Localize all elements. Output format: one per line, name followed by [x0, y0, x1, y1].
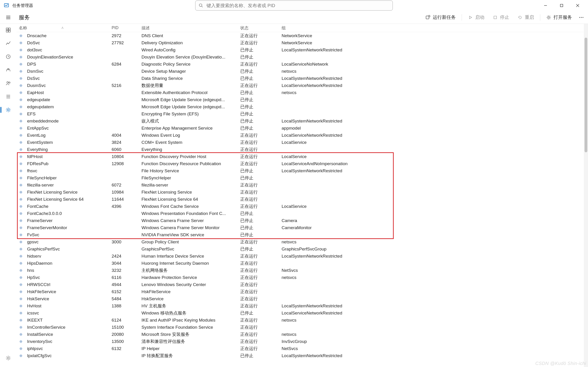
sidebar-users[interactable]	[3, 78, 14, 88]
service-row[interactable]: Dnscache2972DNS Client正在运行NetworkService	[17, 32, 588, 39]
service-row[interactable]: iphlpsvc6132IP Helper正在运行NetSvcs	[17, 345, 588, 352]
column-desc[interactable]: 描述	[141, 25, 240, 31]
close-button[interactable]	[570, 0, 586, 11]
service-pid: 2424	[112, 254, 141, 259]
service-row[interactable]: InstallService20080Microsoft Store 安装服务正…	[17, 331, 588, 338]
service-icon	[19, 112, 23, 116]
service-row[interactable]: DoSvc27792Delivery Optimization正在运行Netwo…	[17, 39, 588, 46]
toolbar: 服务 运行新任务 启动 停止 重启 打开服务	[0, 11, 588, 24]
column-group[interactable]: 组	[282, 25, 588, 31]
service-row[interactable]: EntAppSvcEnterprise App Management Servi…	[17, 125, 588, 132]
service-row[interactable]: IKEEXT6124IKE and AuthIP IPsec Keying Mo…	[17, 317, 588, 324]
service-icon	[19, 204, 23, 209]
service-row[interactable]: FontCache4396Windows Font Cache Service正…	[17, 203, 588, 210]
service-row[interactable]: fhsvcFile History Service已停止LocalSystemN…	[17, 167, 588, 174]
service-row[interactable]: embeddedmode嵌入模式已停止LocalSystemNetworkRes…	[17, 117, 588, 125]
service-status: 正在运行	[240, 83, 282, 89]
service-row[interactable]: FDResPub12908Function Discovery Resource…	[17, 160, 588, 167]
gear-icon	[546, 15, 551, 20]
service-row[interactable]: GraphicsPerfSvcGraphicsPerfSvc已停止Graphic…	[17, 245, 588, 252]
service-row[interactable]: DPS6284Diagnostic Policy Service正在运行Loca…	[17, 60, 588, 68]
service-row[interactable]: InventorySvc13500清单和兼容性评估服务正在运行InvSvcGro…	[17, 338, 588, 345]
service-row[interactable]: FontCache3.0.0.0Windows Presentation Fou…	[17, 210, 588, 217]
service-status: 已停止	[240, 111, 282, 117]
column-pid[interactable]: PID	[112, 25, 141, 30]
service-icon	[19, 183, 23, 187]
service-desc: Windows Camera Frame Server Monitor	[141, 225, 240, 230]
service-row[interactable]: FrameServerMonitorWindows Camera Frame S…	[17, 224, 588, 231]
service-row[interactable]: DsmSvcDevice Setup Manager已停止netsvcs	[17, 68, 588, 75]
service-row[interactable]: HRWSCCtrl4944Lenovo Windows Security Cen…	[17, 281, 588, 288]
service-icon	[19, 105, 23, 109]
service-row[interactable]: EventSystem3824COM+ Event System正在运行Loca…	[17, 139, 588, 146]
service-pid: 4004	[112, 133, 141, 138]
sidebar-startup[interactable]	[3, 65, 14, 75]
service-desc: 主机网络服务	[141, 267, 240, 273]
service-row[interactable]: filezilla-server6072filezilla-server正在运行	[17, 181, 588, 189]
service-row[interactable]: FrameServerWindows Camera Frame Server已停…	[17, 217, 588, 224]
service-row[interactable]: ImControllerService15100System Interface…	[17, 324, 588, 331]
more-icon	[579, 15, 584, 20]
service-name: gpsvc	[27, 240, 39, 244]
sidebar-services[interactable]	[3, 105, 14, 115]
service-name: FontCache	[27, 204, 48, 209]
svg-point-35	[20, 56, 21, 58]
svg-point-66	[20, 277, 21, 278]
service-row[interactable]: FlexNet Licensing Service10984FlexNet Li…	[17, 189, 588, 196]
run-new-task-button[interactable]: 运行新任务	[422, 12, 459, 22]
service-row[interactable]: edgeupdateMicrosoft Edge Update Service …	[17, 96, 588, 103]
service-status: 已停止	[240, 232, 282, 238]
sidebar-settings[interactable]	[3, 353, 14, 363]
service-row[interactable]: HipsDaemon3044Huorong Internet Security …	[17, 260, 588, 267]
sidebar-processes[interactable]	[3, 25, 14, 35]
start-button[interactable]: 启动	[464, 12, 488, 22]
service-name: HipsDaemon	[27, 261, 52, 266]
table-header[interactable]: 名称ᐱ PID 描述 状态 组	[17, 24, 588, 32]
search-input[interactable]	[207, 3, 389, 8]
svg-point-25	[7, 82, 9, 83]
maximize-button[interactable]	[553, 0, 570, 11]
stop-button[interactable]: 停止	[489, 12, 513, 22]
service-group: NetSvcs	[282, 268, 588, 273]
service-row[interactable]: DsSvcData Sharing Service已停止LocalSystemN…	[17, 75, 588, 82]
service-row[interactable]: HskFileService6152HskFileService正在运行	[17, 288, 588, 295]
column-status[interactable]: 状态	[240, 25, 282, 31]
service-row[interactable]: IpxlatCfgSvcIP 转换配置服务已停止LocalSystemNetwo…	[17, 352, 588, 359]
service-row[interactable]: hns3232主机网络服务正在运行NetSvcs	[17, 267, 588, 274]
service-row[interactable]: HvHost1388HV 主机服务正在运行LocalSystemNetworkR…	[17, 302, 588, 309]
service-desc: Group Policy Client	[141, 240, 240, 244]
service-status: 已停止	[240, 246, 282, 252]
column-name[interactable]: 名称	[19, 25, 27, 31]
service-row[interactable]: HskService5484HskService正在运行	[17, 295, 588, 302]
minimize-button[interactable]	[537, 0, 553, 11]
sidebar-performance[interactable]	[3, 39, 14, 48]
open-services-button[interactable]: 打开服务	[543, 12, 576, 22]
service-row[interactable]: EventLog4004Windows Event Log正在运行LocalSe…	[17, 132, 588, 139]
service-row[interactable]: DusmSvc5216数据使用量正在运行LocalServiceNetworkR…	[17, 82, 588, 89]
service-row[interactable]: DouyinElevationServiceDouyin Elevation S…	[17, 53, 588, 60]
sidebar-app-history[interactable]	[3, 52, 14, 61]
service-row[interactable]: hidserv2424Human Interface Device Servic…	[17, 252, 588, 260]
service-row[interactable]: gpsvc3000Group Policy Client正在运行netsvcs	[17, 238, 588, 245]
service-row[interactable]: fdPHost10804Function Discovery Provider …	[17, 153, 588, 160]
service-name: FontCache3.0.0.0	[27, 211, 62, 216]
more-button[interactable]	[577, 13, 586, 22]
scrollbar-thumb[interactable]	[585, 38, 587, 152]
service-desc: FlexNet Licensing Service	[141, 190, 240, 195]
service-row[interactable]: HpSvc6116Hardware Protection Service正在运行…	[17, 274, 588, 281]
service-row[interactable]: FileSyncHelperFileSyncHelper已停止	[17, 174, 588, 181]
search-box[interactable]	[195, 0, 393, 10]
service-row[interactable]: EapHostExtensible Authentication Protoco…	[17, 89, 588, 96]
restart-button[interactable]: 重启	[514, 12, 538, 22]
service-icon	[19, 55, 23, 59]
service-row[interactable]: Everything6060Everything正在运行	[17, 146, 588, 153]
service-row[interactable]: edgeupdatemMicrosoft Edge Update Service…	[17, 103, 588, 110]
service-row[interactable]: EFSEncrypting File System (EFS)已停止	[17, 110, 588, 117]
nav-toggle-button[interactable]	[6, 15, 11, 20]
service-row[interactable]: dot3svcWired AutoConfig已停止LocalSystemNet…	[17, 46, 588, 53]
sidebar-details[interactable]	[3, 92, 14, 101]
service-row[interactable]: icssvcWindows 移动热点服务已停止LocalServiceNetwo…	[17, 309, 588, 317]
service-row[interactable]: FvSvcNVIDIA FrameView SDK service已停止	[17, 231, 588, 238]
scrollbar[interactable]	[584, 24, 588, 367]
service-row[interactable]: FlexNet Licensing Service 6411644FlexNet…	[17, 196, 588, 203]
